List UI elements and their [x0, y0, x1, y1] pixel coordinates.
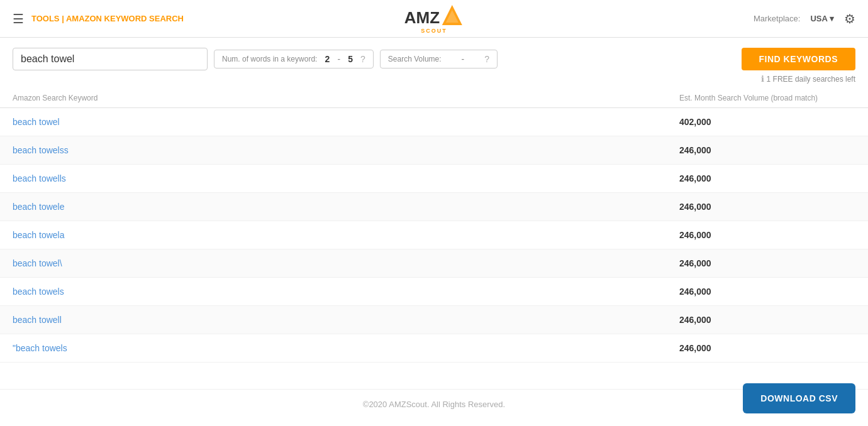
- keyword-cell[interactable]: beach towela: [13, 230, 679, 240]
- chevron-down-icon: ▾: [830, 14, 834, 23]
- keyword-cell[interactable]: beach towels: [13, 287, 679, 297]
- free-searches-text: 1 FREE daily searches left: [767, 75, 855, 84]
- volume-filter-label: Search Volume:: [388, 55, 442, 63]
- table-row: beach towells246,000: [0, 165, 868, 193]
- table-row: beach towels246,000: [0, 278, 868, 306]
- table-row: beach towela246,000: [0, 221, 868, 249]
- search-bar: Num. of words in a keyword: 2 - 5 ? Sear…: [0, 38, 868, 77]
- table-body: beach towel402,000beach towelss246,000be…: [0, 108, 868, 363]
- header-right: Marketplace: USA ▾ ⚙: [754, 11, 855, 26]
- volume-help-icon[interactable]: ?: [484, 54, 489, 64]
- column-header-volume: Est. Month Search Volume (broad match): [679, 94, 855, 102]
- keyword-cell[interactable]: beach towells: [13, 173, 679, 183]
- logo-top: AMZ: [404, 4, 464, 28]
- volume-cell: 246,000: [679, 315, 855, 325]
- volume-cell: 246,000: [679, 202, 855, 212]
- search-input[interactable]: [13, 48, 208, 70]
- words-sep: -: [337, 54, 340, 64]
- volume-cell: 246,000: [679, 230, 855, 240]
- keyword-cell[interactable]: beach towele: [13, 202, 679, 212]
- volume-cell: 246,000: [679, 145, 855, 155]
- words-filter-label: Num. of words in a keyword:: [222, 55, 317, 63]
- volume-cell: 246,000: [679, 258, 855, 268]
- table-row: beach towel\246,000: [0, 249, 868, 278]
- marketplace-value: USA: [810, 14, 827, 23]
- volume-cell: 402,000: [679, 117, 855, 127]
- separator: |: [62, 14, 66, 23]
- copyright-text: ©2020 AMZScout. All Rights Reserved.: [363, 400, 505, 409]
- keyword-cell[interactable]: beach towell: [13, 315, 679, 325]
- hamburger-icon[interactable]: ☰: [13, 11, 24, 26]
- volume-sep: -: [462, 54, 465, 64]
- volume-cell: 246,000: [679, 343, 855, 353]
- keyword-cell[interactable]: beach towel: [13, 117, 679, 127]
- header-left: ☰ TOOLS | AMAZON KEYWORD SEARCH: [13, 11, 184, 26]
- words-filter-box: Num. of words in a keyword: 2 - 5 ?: [214, 50, 374, 68]
- keyword-cell[interactable]: beach towelss: [13, 145, 679, 155]
- logo-wrap: AMZ SCOUT: [404, 4, 464, 34]
- table-row: beach towel402,000: [0, 108, 868, 136]
- footer: ©2020 AMZScout. All Rights Reserved.: [0, 389, 868, 419]
- gear-icon[interactable]: ⚙: [844, 11, 855, 26]
- info-icon: ℹ: [761, 74, 764, 84]
- header-title: TOOLS | AMAZON KEYWORD SEARCH: [31, 14, 184, 23]
- logo-scout-text: SCOUT: [421, 28, 447, 34]
- free-searches-notice: ℹ 1 FREE daily searches left: [0, 74, 868, 84]
- table-header: Amazon Search Keyword Est. Month Search …: [0, 89, 868, 108]
- keyword-cell[interactable]: "beach towels: [13, 343, 679, 353]
- column-header-keyword: Amazon Search Keyword: [13, 94, 679, 102]
- words-max-value[interactable]: 5: [344, 54, 357, 64]
- words-help-icon[interactable]: ?: [360, 54, 365, 64]
- table-row: beach towele246,000: [0, 193, 868, 221]
- logo-icon: [441, 4, 464, 26]
- logo-amz-text: AMZ: [404, 8, 440, 28]
- marketplace-selector[interactable]: USA ▾: [810, 14, 834, 23]
- page-title: AMAZON KEYWORD SEARCH: [66, 14, 184, 23]
- tools-label: TOOLS: [31, 14, 60, 23]
- results-table-wrap: Amazon Search Keyword Est. Month Search …: [0, 89, 868, 389]
- table-row: "beach towels246,000: [0, 334, 868, 363]
- keyword-cell[interactable]: beach towel\: [13, 258, 679, 268]
- table-row: beach towelss246,000: [0, 136, 868, 165]
- download-csv-button[interactable]: DOWNLOAD CSV: [743, 383, 855, 413]
- marketplace-label: Marketplace:: [754, 14, 800, 23]
- volume-cell: 246,000: [679, 173, 855, 183]
- volume-cell: 246,000: [679, 287, 855, 297]
- volume-filter-box: Search Volume: - ?: [380, 50, 498, 68]
- header: ☰ TOOLS | AMAZON KEYWORD SEARCH AMZ SCOU…: [0, 0, 868, 38]
- words-min-value[interactable]: 2: [321, 54, 333, 64]
- logo: AMZ SCOUT: [404, 4, 464, 34]
- table-row: beach towell246,000: [0, 306, 868, 334]
- find-keywords-button[interactable]: FIND KEYWORDS: [742, 48, 856, 70]
